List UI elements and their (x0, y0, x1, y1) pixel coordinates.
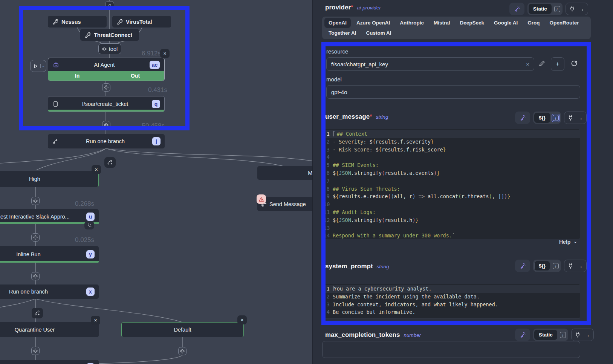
insert-step-button[interactable] (102, 121, 110, 129)
refresh-resources-button[interactable] (570, 60, 578, 67)
connect-input-group[interactable]: → (571, 329, 594, 341)
insert-step-button[interactable] (31, 347, 40, 355)
max-tokens-input[interactable] (322, 341, 580, 358)
ai-generate-button[interactable] (515, 112, 530, 124)
plus-icon: + (556, 60, 559, 68)
node-id-badge: j (152, 137, 161, 145)
mode-static[interactable]: Static (534, 330, 557, 340)
input-mode-toggle[interactable]: Static ƒ (527, 3, 563, 15)
add-resource-button[interactable]: + (551, 57, 564, 71)
ai-generate-button[interactable] (515, 329, 530, 341)
provider-tab-openrouter[interactable]: OpenRouter (546, 18, 583, 28)
plus-icon (104, 85, 109, 90)
field-name: max_completion_tokens (325, 331, 400, 339)
clear-resource-icon[interactable]: × (526, 61, 529, 67)
field-header-system-prompt: system_prompt string (325, 263, 389, 270)
run-node-button[interactable]: ⌄ (30, 60, 46, 72)
mode-javascript[interactable]: ƒ (559, 331, 567, 339)
agent-in-label[interactable]: In (48, 71, 106, 81)
help-dropdown[interactable]: Help ⌄ (559, 239, 578, 245)
tool-node-threatconnect[interactable]: ThreatConnect (80, 29, 139, 41)
node-branch-medium[interactable]: Medium (257, 166, 312, 180)
text-caret (333, 286, 333, 291)
node-create-ticket[interactable]: f/soar/create_ticket q (48, 96, 165, 112)
node-ai-agent[interactable]: AI Agent ac In Out (48, 58, 165, 81)
ai-generate-button[interactable] (515, 260, 530, 272)
field-name: user_message (325, 113, 370, 121)
node-slack-approval[interactable]: Request Interactive Slack Appro... u (0, 209, 99, 224)
resource-input[interactable]: f/soar/chatgpt_api_key × (326, 57, 534, 71)
input-mode-toggle[interactable]: ${} ƒ (533, 260, 561, 272)
mode-javascript[interactable]: ƒ (552, 114, 560, 122)
node-branch-high[interactable]: High (0, 171, 99, 187)
insert-step-button[interactable] (178, 347, 186, 355)
node-run-one-branch-top[interactable]: Run one branch j (48, 134, 165, 148)
add-branch-button[interactable] (32, 308, 43, 318)
close-node-button[interactable]: × (160, 49, 170, 58)
provider-tab-groq[interactable]: Groq (523, 18, 544, 28)
resource-label: resource (326, 48, 348, 55)
close-node-button[interactable]: × (237, 315, 247, 324)
mode-static[interactable]: Static (529, 4, 552, 14)
provider-tab-azure-openai[interactable]: Azure OpenAI (352, 18, 394, 28)
system-prompt-editor[interactable]: 1You are a cybersecurity analyst.2Summar… (323, 284, 580, 318)
insert-step-button[interactable] (31, 233, 40, 242)
input-mode-toggle[interactable]: Static ƒ (533, 329, 568, 341)
node-label: High (0, 176, 98, 182)
insert-step-button[interactable] (31, 272, 40, 280)
agent-out-label[interactable]: Out (106, 71, 164, 81)
warning-badge (257, 194, 266, 204)
add-branch-button[interactable] (104, 157, 116, 168)
function-icon: ƒ (553, 115, 559, 121)
mode-javascript[interactable]: ƒ (553, 5, 561, 13)
provider-tab-openai[interactable]: OpenAI (324, 18, 351, 28)
field-header-max-tokens: max_completion_tokens number (325, 331, 421, 339)
connect-input-group[interactable]: → (566, 3, 588, 15)
provider-tab-together-ai[interactable]: Together AI (324, 28, 361, 38)
node-branch-default[interactable]: Default (121, 322, 244, 337)
model-input[interactable]: gpt-4o (326, 85, 580, 99)
code-line: 13 (324, 224, 580, 232)
mode-javascript[interactable]: ƒ (552, 262, 560, 270)
provider-tab-google-ai[interactable]: Google AI (490, 18, 522, 28)
input-mode-toggle[interactable]: ${} ƒ (533, 112, 561, 124)
duration-label: 6.912s (131, 50, 161, 57)
text-caret (333, 131, 333, 136)
ai-generate-button[interactable] (509, 3, 524, 15)
insert-step-button[interactable] (102, 83, 110, 92)
edit-resource-button[interactable] (539, 60, 545, 67)
node-inline-bun[interactable]: Inline Bun y (0, 246, 99, 263)
partial-node[interactable] (0, 360, 99, 364)
play-icon (31, 64, 40, 69)
connect-input-group[interactable]: → (564, 260, 587, 272)
plus-icon (104, 123, 109, 127)
chevron-down-icon[interactable]: ⌄ (40, 64, 46, 68)
node-quarantine-user[interactable]: Quarantine User (0, 322, 99, 337)
code-line: 11## Audit Logs: (324, 208, 580, 216)
tool-node-nessus[interactable]: Nessus (48, 16, 107, 28)
node-run-one-branch-bottom[interactable]: Run one branch x (0, 284, 99, 299)
connect-input-group[interactable]: → (564, 112, 587, 124)
user-message-editor[interactable]: 1`## Context2- Severity: ${results.f.sev… (323, 129, 580, 239)
close-node-button[interactable]: × (91, 316, 100, 325)
code-line: 2- Severity: ${results.f.severity} (324, 138, 580, 146)
agent-inout-bar[interactable]: In Out (48, 71, 164, 81)
mode-template[interactable]: ${} (534, 261, 550, 271)
close-node-button[interactable]: × (92, 165, 101, 174)
provider-tab-deepseek[interactable]: DeepSeek (456, 18, 489, 28)
plus-icon (102, 47, 107, 51)
provider-tab-anthropic[interactable]: Anthropic (396, 18, 428, 28)
tool-node-virustotal[interactable]: VirusTotal (112, 16, 171, 28)
flow-canvas[interactable]: Nessus VirusTotal ThreatConnect tool 6.9… (0, 0, 312, 364)
node-label: Request Interactive Slack Appro... (0, 214, 86, 220)
add-tool-button[interactable]: tool (98, 43, 121, 54)
provider-tab-mistral[interactable]: Mistral (430, 18, 454, 28)
mode-template[interactable]: ${} (534, 113, 550, 123)
provider-tab-custom-ai[interactable]: Custom AI (362, 28, 396, 38)
node-label: Inline Bun (0, 251, 86, 257)
insert-step-button[interactable] (31, 197, 40, 205)
function-icon: ƒ (560, 332, 566, 338)
flow-input-node[interactable] (105, 1, 114, 9)
code-line: 4 (324, 153, 580, 161)
node-label: Run one branch (0, 289, 86, 295)
